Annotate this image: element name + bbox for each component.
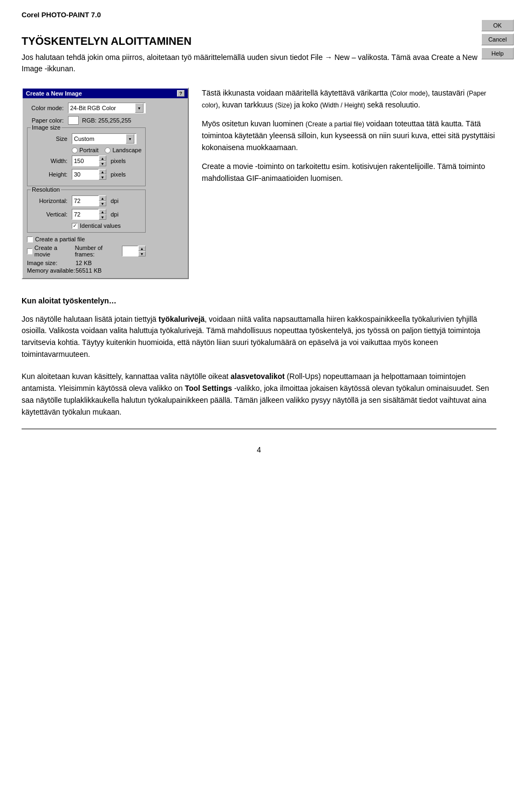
- image-size-static-value: 12 KB: [76, 260, 92, 266]
- ok-button[interactable]: OK: [481, 19, 514, 31]
- right-para1: Tästä ikkunasta voidaan määritellä käyte…: [202, 87, 496, 111]
- identical-checkbox[interactable]: ✓: [72, 223, 78, 229]
- app-title: Corel PHOTO-PAINT 7.0: [22, 11, 496, 19]
- section2: Kun aloitetaan kuvan käsittely, kannatta…: [22, 371, 496, 418]
- dialog-buttons: OK Cancel Help: [481, 19, 514, 59]
- width-row: Width: ▲ ▼ pixels: [31, 155, 142, 166]
- frames-up-btn[interactable]: ▲: [138, 246, 146, 251]
- partial-file-label: Create a partial file: [35, 236, 85, 242]
- paper-color-value: RGB: 255,255,255: [82, 117, 131, 124]
- page-footer: 4: [22, 445, 496, 454]
- horizontal-up-btn[interactable]: ▲: [99, 195, 106, 201]
- width-down-btn[interactable]: ▼: [99, 161, 106, 166]
- section2-text: Kun aloitetaan kuvan käsittely, kannatta…: [22, 371, 496, 418]
- vertical-input[interactable]: [72, 209, 99, 220]
- color-mode-dropdown[interactable]: 24-Bit RGB Color ▼: [68, 103, 146, 113]
- resolution-group: Resolution Horizontal: ▲ ▼ dpi: [27, 190, 146, 233]
- horizontal-row: Horizontal: ▲ ▼ dpi: [31, 195, 142, 206]
- right-para2: Myös ositetun kuvan luominen (Create a p…: [202, 118, 496, 153]
- frames-down-btn[interactable]: ▼: [138, 251, 146, 256]
- width-input[interactable]: [72, 155, 99, 166]
- vertical-unit: dpi: [111, 211, 119, 218]
- identical-label: Identical values: [80, 222, 121, 229]
- size-row: Size Custom ▼: [31, 133, 142, 144]
- paper-color-row: Paper color: RGB: 255,255,255: [27, 116, 146, 125]
- page-heading: TYÖSKENTELYN ALOITTAMINEN: [22, 35, 496, 48]
- width-label: Width:: [31, 158, 70, 164]
- width-up-btn[interactable]: ▲: [99, 155, 106, 161]
- intro-text: Jos halutaan tehdä jokin oma piirros, al…: [22, 52, 496, 75]
- create-movie-checkbox[interactable]: [27, 248, 32, 254]
- horizontal-input[interactable]: [72, 195, 99, 206]
- memory-value: 56511 KB: [76, 267, 101, 274]
- frames-label: Number of frames:: [75, 245, 118, 258]
- paper-color-label: Paper color:: [27, 117, 66, 124]
- memory-label: Memory available:: [27, 267, 76, 274]
- section1: Kun aloitat työskentelyn… Jos näytölle h…: [22, 295, 496, 360]
- height-row: Height: ▲ ▼ pixels: [31, 169, 142, 180]
- width-unit: pixels: [111, 158, 126, 164]
- resolution-group-label: Resolution: [31, 186, 61, 193]
- horizontal-label: Horizontal:: [31, 198, 70, 204]
- vertical-row: Vertical: ▲ ▼ dpi: [31, 209, 142, 220]
- size-dropdown[interactable]: Custom ▼: [72, 133, 137, 144]
- section1-text: Jos näytölle halutaan lisätä jotain tiet…: [22, 314, 496, 361]
- create-movie-label: Create a movie: [35, 245, 70, 258]
- color-swatch: [68, 116, 79, 125]
- image-size-group: Image size Size Custom ▼ Portrait: [27, 127, 146, 186]
- frames-input[interactable]: [122, 246, 138, 256]
- color-mode-row: Color mode: 24-Bit RGB Color ▼: [27, 103, 146, 113]
- size-label: Size: [31, 136, 70, 142]
- height-label: Height:: [31, 171, 70, 178]
- dialog-title-bar: Create a New Image ?: [23, 89, 188, 98]
- cancel-button[interactable]: Cancel: [481, 33, 514, 45]
- image-size-group-label: Image size: [31, 124, 62, 131]
- height-unit: pixels: [111, 171, 126, 178]
- landscape-radio[interactable]: Landscape: [105, 147, 141, 153]
- color-mode-label: Color mode:: [27, 105, 66, 111]
- right-para3: Create a movie -toiminto on tarkoitettu …: [202, 161, 496, 184]
- right-text-col: Tästä ikkunasta voidaan määritellä käyte…: [202, 87, 496, 279]
- vertical-label: Vertical:: [31, 211, 70, 218]
- height-up-btn[interactable]: ▲: [99, 169, 106, 174]
- height-input[interactable]: [72, 169, 99, 180]
- dialog-title: Create a New Image: [26, 90, 82, 97]
- portrait-radio[interactable]: Portrait: [72, 147, 98, 153]
- horizontal-down-btn[interactable]: ▼: [99, 201, 106, 206]
- dialog-box: Create a New Image ? Color mode: 24-Bit …: [22, 87, 189, 279]
- dialog-help-btn[interactable]: ?: [177, 90, 185, 97]
- help-button[interactable]: Help: [481, 48, 514, 59]
- partial-file-checkbox[interactable]: [27, 236, 33, 242]
- horizontal-unit: dpi: [111, 198, 119, 204]
- section1-heading: Kun aloitat työskentelyn…: [22, 296, 117, 305]
- vertical-down-btn[interactable]: ▼: [99, 214, 106, 220]
- height-down-btn[interactable]: ▼: [99, 174, 106, 180]
- image-size-static-label: Image size:: [27, 260, 76, 266]
- vertical-up-btn[interactable]: ▲: [99, 209, 106, 214]
